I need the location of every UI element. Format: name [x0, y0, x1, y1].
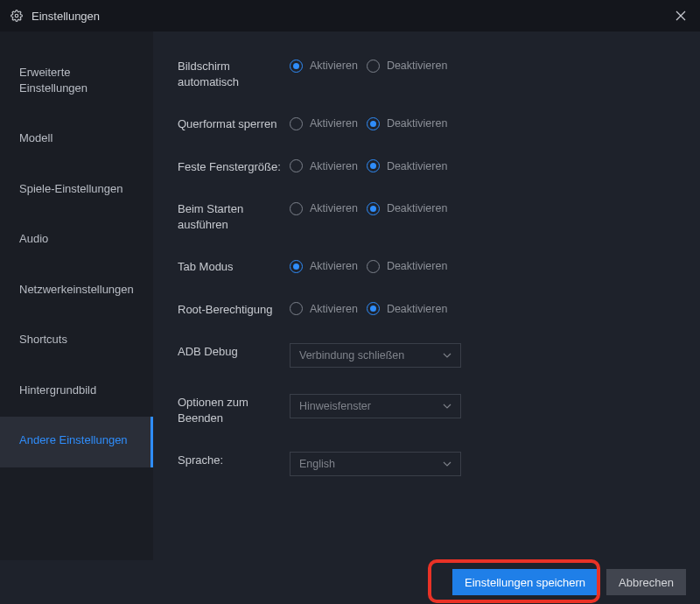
sidebar-item-7[interactable]: Andere Einstellungen	[0, 417, 153, 467]
radio-label: Aktivieren	[310, 260, 358, 272]
dropdown-7[interactable]: Hinweisfenster	[290, 394, 461, 418]
content-pane: Bildschirm automatischAktivierenDeaktivi…	[153, 32, 700, 560]
setting-label: Optionen zum Beenden	[178, 394, 290, 425]
setting-label: Bildschirm automatisch	[178, 58, 290, 89]
radio-group: AktivierenDeaktivieren	[290, 301, 465, 317]
radio-label: Aktivieren	[310, 202, 358, 214]
dropdown-8[interactable]: English	[290, 452, 461, 476]
setting-row-5: Root-BerechtigungAktivierenDeaktivieren	[178, 301, 700, 318]
setting-row-3: Beim Starten ausführenAktivierenDeaktivi…	[178, 200, 700, 232]
setting-label: ADB Debug	[178, 343, 290, 360]
radio-circle	[290, 159, 303, 172]
cancel-button[interactable]: Abbrechen	[606, 569, 686, 595]
setting-row-8: Sprache:English	[178, 452, 700, 476]
sidebar-item-3[interactable]: Audio	[0, 215, 153, 266]
chevron-down-icon	[443, 461, 452, 467]
radio-circle	[367, 60, 380, 73]
setting-label: Querformat sperren	[178, 116, 290, 132]
radio-circle	[367, 302, 380, 315]
setting-label: Root-Berechtigung	[178, 301, 290, 318]
setting-label: Feste Fenstergröße:	[178, 158, 290, 175]
radio-label: Deaktivieren	[387, 160, 447, 172]
radio-label: Deaktivieren	[387, 117, 447, 130]
setting-row-4: Tab ModusAktivierenDeaktivieren	[178, 258, 700, 275]
radio-label: Deaktivieren	[387, 202, 447, 214]
close-button[interactable]	[672, 7, 690, 25]
radio-group: AktivierenDeaktivieren	[290, 58, 465, 74]
setting-row-2: Feste Fenstergröße:AktivierenDeaktiviere…	[178, 158, 700, 175]
radio-activate[interactable]: Aktivieren	[290, 202, 358, 215]
window-title: Einstellungen	[32, 10, 100, 23]
sidebar-item-5[interactable]: Shortcuts	[0, 316, 153, 367]
chevron-down-icon	[443, 404, 452, 409]
footer: Einstellungen speichern Abbrechen	[0, 560, 700, 604]
titlebar: Einstellungen	[0, 0, 700, 32]
radio-deactivate[interactable]: Deaktivieren	[367, 260, 447, 273]
setting-row-0: Bildschirm automatischAktivierenDeaktivi…	[178, 58, 700, 89]
radio-deactivate[interactable]: Deaktivieren	[367, 302, 447, 315]
radio-deactivate[interactable]: Deaktivieren	[367, 202, 447, 215]
radio-circle	[290, 202, 303, 215]
setting-row-1: Querformat sperrenAktivierenDeaktivieren	[178, 116, 700, 132]
radio-activate[interactable]: Aktivieren	[290, 117, 358, 130]
radio-activate[interactable]: Aktivieren	[290, 60, 358, 73]
radio-label: Deaktivieren	[387, 60, 447, 72]
dropdown-value: English	[299, 458, 335, 470]
radio-label: Aktivieren	[310, 117, 358, 130]
dropdown-6[interactable]: Verbindung schließen	[290, 343, 461, 368]
sidebar-item-2[interactable]: Spiele-Einstellungen	[0, 165, 153, 216]
radio-label: Deaktivieren	[387, 260, 447, 272]
radio-activate[interactable]: Aktivieren	[290, 159, 358, 172]
radio-deactivate[interactable]: Deaktivieren	[367, 159, 447, 172]
setting-row-7: Optionen zum BeendenHinweisfenster	[178, 394, 700, 425]
radio-deactivate[interactable]: Deaktivieren	[367, 117, 447, 130]
radio-circle	[290, 260, 303, 273]
sidebar-item-1[interactable]: Modell	[0, 115, 153, 165]
chevron-down-icon	[443, 353, 452, 358]
radio-group: AktivierenDeaktivieren	[290, 258, 465, 274]
radio-circle	[290, 117, 303, 130]
save-button[interactable]: Einstellungen speichern	[452, 569, 598, 595]
radio-circle	[367, 202, 380, 215]
radio-circle	[367, 159, 380, 172]
radio-deactivate[interactable]: Deaktivieren	[367, 60, 447, 73]
setting-row-6: ADB DebugVerbindung schließen	[178, 343, 700, 368]
settings-icon	[10, 10, 23, 22]
radio-circle	[367, 117, 380, 130]
dropdown-value: Hinweisfenster	[299, 400, 371, 412]
radio-circle	[367, 260, 380, 273]
radio-circle	[290, 60, 303, 73]
dropdown-value: Verbindung schließen	[299, 349, 404, 362]
setting-label: Tab Modus	[178, 258, 290, 275]
setting-label: Beim Starten ausführen	[178, 200, 290, 232]
radio-group: AktivierenDeaktivieren	[290, 158, 465, 174]
radio-activate[interactable]: Aktivieren	[290, 302, 358, 315]
setting-label: Sprache:	[178, 452, 290, 468]
radio-activate[interactable]: Aktivieren	[290, 260, 358, 273]
radio-group: AktivierenDeaktivieren	[290, 200, 465, 216]
sidebar-item-6[interactable]: Hintergrundbild	[0, 367, 153, 418]
radio-label: Aktivieren	[310, 303, 358, 315]
svg-point-0	[15, 14, 18, 18]
sidebar-item-4[interactable]: Netzwerkeinstellungen	[0, 266, 153, 317]
radio-circle	[290, 302, 303, 315]
radio-label: Aktivieren	[310, 60, 358, 72]
sidebar-item-0[interactable]: Erweiterte Einstellungen	[0, 49, 153, 115]
radio-label: Deaktivieren	[387, 303, 447, 315]
radio-group: AktivierenDeaktivieren	[290, 116, 465, 131]
close-icon	[676, 11, 686, 21]
radio-label: Aktivieren	[310, 160, 358, 172]
sidebar: Erweiterte EinstellungenModellSpiele-Ein…	[0, 32, 153, 560]
